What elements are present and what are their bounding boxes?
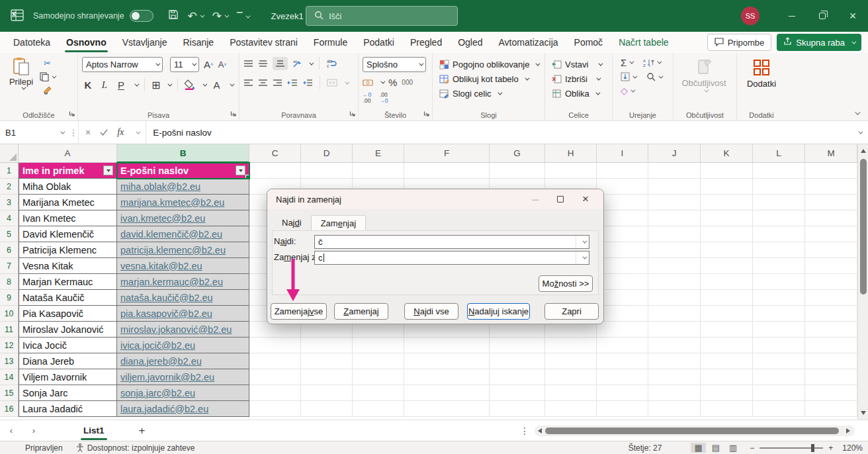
row-header-2[interactable]: 2 [0,179,19,195]
cell[interactable] [490,401,545,417]
align-center-button[interactable] [258,79,268,87]
close-button[interactable]: × [838,0,868,32]
cell[interactable] [753,226,805,242]
cell[interactable] [753,274,805,290]
email-cell[interactable]: vesna.kitak@b2.eu [117,258,249,274]
replace-input[interactable]: c [314,251,589,265]
row-header-16[interactable]: 16 [0,401,19,417]
cell[interactable] [701,258,753,274]
name-cell[interactable]: Pia Kasapovič [19,306,117,322]
email-link[interactable]: miha.oblak@b2.eu [120,181,200,192]
cell[interactable] [805,195,857,210]
zoom-slider-thumb[interactable] [811,444,814,452]
email-cell[interactable]: marijana.kmetec@b2.eu [117,195,249,210]
cell[interactable] [597,274,648,290]
zamenjaj-button[interactable]: Zamenjaj [334,303,388,320]
cell[interactable] [353,369,404,385]
cell[interactable] [597,369,648,385]
find-dropdown-icon[interactable] [576,236,589,248]
email-link[interactable]: marijana.kmetec@b2.eu [120,197,224,208]
horizontal-scrollbar-thumb[interactable] [545,428,839,434]
excel-app-icon[interactable] [11,9,24,24]
email-cell[interactable]: diana.jereb@b2.eu [117,353,249,369]
row-header-5[interactable]: 5 [0,226,19,242]
cell[interactable] [648,306,701,322]
cell[interactable] [353,163,404,179]
clear-button[interactable]: ◇ [621,85,634,96]
search-input[interactable]: Išči [306,6,458,26]
clipboard-dialog-launcher[interactable] [69,109,75,118]
cell[interactable] [701,322,753,338]
cell[interactable] [249,353,301,369]
decrease-decimal-button[interactable]: .00→0 [379,92,388,104]
column-header-f[interactable]: F [404,144,490,163]
font-size-select[interactable]: 11 [170,57,199,72]
cell[interactable] [301,353,353,369]
options-button[interactable]: Možnosti >> [539,275,593,292]
wrap-text-button[interactable]: abc [326,59,337,68]
cell[interactable] [753,385,805,401]
align-right-button[interactable] [273,79,282,87]
minimize-button[interactable]: ─ [777,0,807,32]
cell[interactable] [545,353,597,369]
format-as-table-button[interactable]: Oblikuj kot tabelo [439,71,541,86]
email-link[interactable]: david.klemenčič@b2.eu [120,229,222,240]
menu-tab-formule[interactable]: Formule [306,32,355,53]
cell[interactable] [597,353,648,369]
name-cell[interactable]: Ivan Kmetec [19,210,117,226]
vertical-scrollbar-thumb[interactable] [860,159,867,295]
name-cell[interactable]: Ivica Jocič [19,338,117,353]
cell[interactable] [301,338,353,353]
align-bottom-button[interactable] [273,57,288,70]
cell[interactable] [648,401,701,417]
cell[interactable] [490,163,545,179]
zoom-in-button[interactable]: + [828,443,833,453]
cell[interactable] [490,338,545,353]
row-header-3[interactable]: 3 [0,195,19,210]
column-header-i[interactable]: I [597,144,648,163]
cell[interactable] [648,258,701,274]
shrink-font-button[interactable]: A˅ [218,60,227,69]
scroll-right-arrow[interactable] [846,428,850,433]
borders-dropdown[interactable] [168,81,173,86]
bold-button[interactable]: K [82,79,94,91]
cell[interactable] [805,163,857,179]
sort-filter-button[interactable]: AZ [643,58,660,68]
column-header-a[interactable]: A [19,144,117,163]
nadaljuj-iskanje-button[interactable]: Nadaljuj iskanje [467,303,530,320]
cell[interactable] [648,290,701,306]
name-cell[interactable]: Marjan Kermauc [19,274,117,290]
column-header-e[interactable]: E [353,144,404,163]
email-link[interactable]: laura.jadadić@b2.eu [120,404,208,414]
name-box[interactable]: B1 [0,121,69,144]
function-dropdown[interactable] [136,129,141,134]
percent-style-button[interactable]: % [388,77,397,88]
scrollbar-splitter[interactable]: ⋮ [520,426,529,436]
grow-font-button[interactable]: A˄ [204,59,214,70]
cell[interactable] [701,338,753,353]
cell[interactable] [805,306,857,322]
cell[interactable] [648,195,701,210]
user-avatar[interactable]: SS [741,7,760,25]
cell[interactable] [701,353,753,369]
cell[interactable] [753,210,805,226]
conditional-formatting-button[interactable]: Pogojno oblikovanje [439,57,541,71]
cell[interactable] [648,226,701,242]
accounting-format-button[interactable] [363,79,373,87]
cell[interactable] [753,163,805,179]
fill-color-dropdown[interactable] [203,81,208,86]
dialog-maximize-icon[interactable] [548,190,573,208]
undo-button[interactable]: ↶ [188,9,203,23]
email-cell[interactable]: miroslav.jokanović@b2.eu [117,322,249,338]
borders-button[interactable]: ⊞ [152,79,160,91]
email-cell[interactable]: ivan.kmetec@b2.eu [117,210,249,226]
cell[interactable] [648,322,701,338]
email-link[interactable]: ivan.kmetec@b2.eu [120,213,205,224]
comma-style-button[interactable]: 000 [402,79,413,86]
email-link[interactable]: miroslav.jokanović@b2.eu [120,324,232,335]
cell[interactable] [701,163,753,179]
column-header-d[interactable]: D [301,144,353,163]
name-cell[interactable]: Vesna Kitak [19,258,117,274]
dialog-close-icon[interactable]: × [573,190,598,208]
increase-indent-button[interactable] [302,79,313,87]
